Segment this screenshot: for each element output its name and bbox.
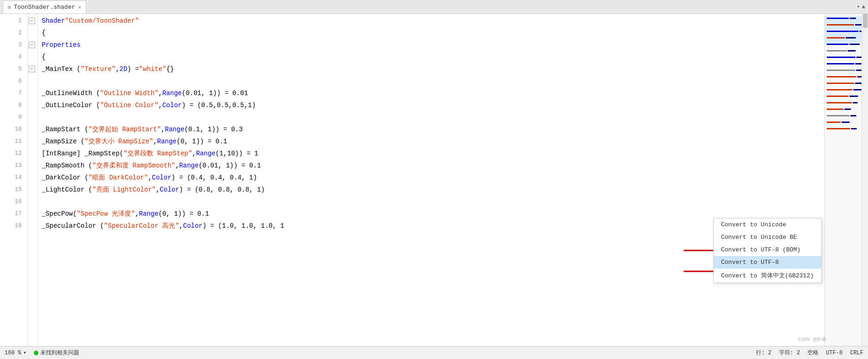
pin-icon: ⊞ [8,4,11,10]
code-token: , [116,63,120,75]
status-indicator [34,351,38,355]
code-line[interactable]: _SpecPow("SpecPow 光泽度", Range(0, 1)) = 0… [38,208,824,220]
close-icon[interactable]: ✕ [78,4,81,11]
vertical-scrollbar[interactable] [862,14,868,346]
code-token: Range [157,135,176,147]
code-token: "交界柔和度 RampSmooth" [92,160,175,172]
code-token: Color [152,172,171,184]
context-menu-item[interactable]: Convert to UTF-8 (BOM) [714,244,821,256]
line-number: 12 [0,147,27,160]
code-token: ) = (0.8, 0.8, 0.8, 1) [179,184,265,196]
context-menu-item[interactable]: Convert to UTF-8 [714,256,821,269]
zoom-dropdown[interactable]: ▾ [23,349,26,356]
code-token: Color [183,220,202,232]
code-token: , [156,184,159,196]
line-number: 15 [0,184,27,196]
no-issues-label: 未找到相关问题 [40,349,79,357]
line-number: 2 [0,27,27,39]
code-line[interactable]: _RampSize ("交界大小 RampSize", Range(0, 1))… [38,135,824,147]
line-number: 7 [0,87,27,99]
code-token: _OutLineColor ( [42,99,100,111]
code-token: "SpecularColor 高光" [104,220,179,232]
issues-status: 未找到相关问题 [34,349,79,357]
code-token: "Texture" [81,63,116,75]
code-token: "交界起始 RampStart" [88,123,161,135]
code-token: "OutLine Color" [100,99,158,111]
char-col: 字符: 2 [779,349,800,357]
code-token: (0, 1)) = 0.1 [158,208,209,220]
code-line[interactable] [38,196,824,208]
code-token: _MainTex ( [42,63,81,75]
context-menu-item[interactable]: Convert to Unicode [714,218,821,231]
code-line[interactable]: Properties [38,39,824,51]
code-area[interactable]: Shader "Custom/ToonShader" { Properties … [38,14,824,346]
line-ending[interactable]: CRLF [850,350,863,356]
code-token: "white" [139,63,166,75]
code-line[interactable]: { [38,27,824,39]
encoding-label[interactable]: UTF-8 [826,350,843,356]
line-number: 9 [0,111,27,123]
code-token: Properties [42,39,81,51]
code-token: "Outline Width" [100,87,158,99]
tab-label: ToonShader.shader [14,4,75,11]
code-token: _SpecPow( [42,208,77,220]
code-token: { [42,27,45,39]
scroll-up-arrow[interactable]: ▲ [862,4,865,10]
line-number: 4 [0,51,27,63]
code-line[interactable]: _RampSmooth ("交界柔和度 RampSmooth", Range(0… [38,160,824,172]
code-token: (0.1, 1)) = 0.3 [184,123,243,135]
code-token: ) = [127,63,139,75]
watermark: CSDN @作者 [798,336,826,343]
code-token: Range [165,123,184,135]
line-number: 17 [0,208,27,220]
title-bar-right: ▾ ▲ [857,3,865,10]
zoom-level[interactable]: 160 % ▾ [5,349,26,356]
code-token: Range [196,147,215,160]
code-token: _RampSmooth ( [42,160,92,172]
file-tab[interactable]: ⊞ ToonShader.shader ✕ [3,0,86,13]
code-line[interactable]: _DarkColor ("暗面 DarkColor", Color) = (0.… [38,172,824,184]
code-token: "交界大小 RampSize" [84,135,153,147]
code-line[interactable]: { [38,51,824,63]
code-token: _SpecularColor ( [42,220,104,232]
code-line[interactable]: _SpecularColor ("SpecularColor 高光", Colo… [38,220,824,232]
code-token: , [153,135,157,147]
code-token: , [158,87,162,99]
context-menu-item[interactable]: Convert to 简体中文(GB2312) [714,269,821,282]
status-bar: 160 % ▾ 未找到相关问题 行: 2 字符: 2 空格 UTF-8 CRLF [0,346,868,359]
code-token: _RampSize ( [42,135,84,147]
code-token: Color [160,184,179,196]
code-line[interactable]: _LightColor ("亮面 LightColor", Color) = (… [38,184,824,196]
minimap[interactable] [824,14,862,346]
code-line[interactable]: _MainTex ("Texture", 2D) = "white" {} [38,63,824,75]
row-col: 行: 2 [756,349,772,357]
code-token: [IntRange] _RampStep( [42,147,123,160]
code-token: _LightColor ( [42,184,92,196]
code-line[interactable]: _OutlineWidth ("Outline Width", Range(0.… [38,87,824,99]
code-token: "Custom/ToonShader" [65,15,139,27]
code-token: (0.01, 1)) = 0.1 [199,160,261,172]
fold-button[interactable]: − [29,66,35,72]
context-menu-item[interactable]: Convert to Unicode BE [714,231,821,244]
code-token: _OutlineWidth ( [42,87,100,99]
code-line[interactable]: _RampStart ("交界起始 RampStart", Range(0.1,… [38,123,824,135]
context-menu: Convert to UnicodeConvert to Unicode BEC… [713,218,822,283]
code-token: , [148,172,152,184]
code-line[interactable]: [IntRange] _RampStep("交界段数 RampStep", Ra… [38,147,824,160]
dropdown-arrow[interactable]: ▾ [857,3,860,10]
code-token: , [158,99,162,111]
code-line[interactable]: _OutLineColor ("OutLine Color", Color) =… [38,99,824,111]
code-token: ) = (1.0, 1.0, 1.0, 1 [202,220,284,232]
code-token: "亮面 LightColor" [92,184,156,196]
fold-button[interactable]: − [29,42,35,48]
code-token: {} [166,63,174,75]
fold-button[interactable]: − [29,18,35,24]
code-token: Range [139,208,158,220]
code-line[interactable] [38,111,824,123]
code-token: (0, 1)) = 0.1 [176,135,227,147]
code-token: "SpecPow 光泽度" [77,208,135,220]
code-line[interactable]: Shader "Custom/ToonShader" [38,15,824,27]
code-token: (0.01, 1)) = 0.01 [182,87,248,99]
code-line[interactable] [38,75,824,87]
line-number: 10 [0,123,27,135]
